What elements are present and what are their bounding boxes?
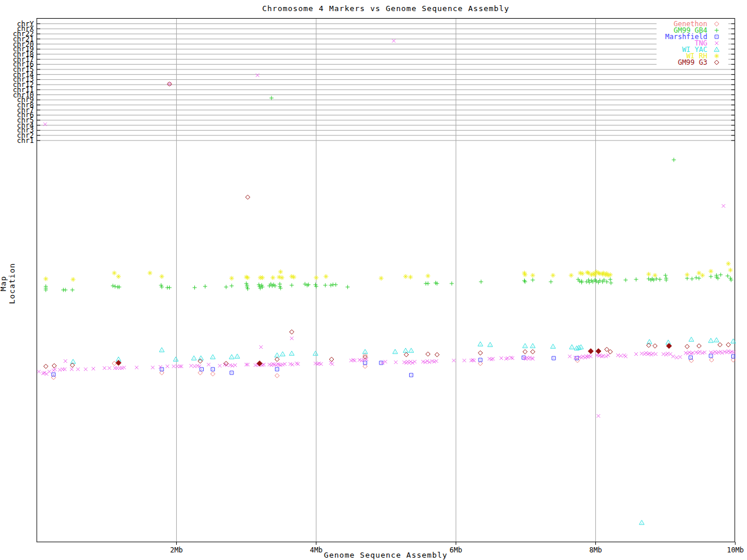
x-tick-label-10Mb: 10Mb <box>727 546 744 554</box>
data-point <box>530 349 535 354</box>
data-point <box>290 337 294 340</box>
data-point <box>718 273 722 277</box>
data-point <box>671 355 675 358</box>
data-point <box>112 271 117 275</box>
data-point <box>647 272 651 276</box>
data-point <box>570 345 574 349</box>
data-point <box>588 349 594 354</box>
data-point <box>64 359 67 363</box>
data-point <box>111 284 115 288</box>
data-point <box>569 273 574 278</box>
data-point <box>709 275 713 279</box>
data-point <box>605 347 609 352</box>
data-point <box>478 351 483 355</box>
data-point <box>647 340 652 344</box>
chart: Chromosome 4 Markers vs Genome Sequence … <box>0 0 747 560</box>
data-point <box>211 372 215 376</box>
data-point <box>207 363 210 366</box>
data-point <box>259 345 263 349</box>
data-point <box>450 282 454 286</box>
data-point <box>403 274 408 279</box>
data-point <box>408 275 413 279</box>
data-point <box>530 278 535 282</box>
data-point <box>403 348 408 352</box>
data-point <box>714 338 718 342</box>
data-point <box>44 364 48 369</box>
legend-label-gm99-g3: GM99 G3 <box>678 58 707 66</box>
data-point <box>664 274 668 278</box>
data-point <box>634 352 638 356</box>
data-point <box>379 276 383 281</box>
data-point <box>37 370 41 373</box>
data-point <box>609 281 613 285</box>
data-point <box>728 268 733 272</box>
data-point <box>654 352 658 356</box>
data-point <box>652 273 657 278</box>
data-point <box>84 368 88 371</box>
data-point <box>289 351 294 355</box>
data-point <box>549 280 553 284</box>
data-point <box>135 366 138 369</box>
data-point <box>191 356 196 360</box>
data-point <box>478 342 483 346</box>
data-point <box>271 275 275 280</box>
data-point <box>697 271 701 275</box>
data-point <box>159 274 164 279</box>
plot-border <box>37 19 735 542</box>
data-point <box>664 278 668 282</box>
data-point <box>624 355 627 358</box>
data-point <box>148 271 152 275</box>
data-point <box>710 358 714 362</box>
data-point <box>678 355 682 359</box>
data-point <box>218 364 222 368</box>
data-point <box>523 344 528 348</box>
data-point <box>634 278 638 282</box>
data-point <box>280 352 285 356</box>
data-point <box>166 365 169 368</box>
x-tick-label-8Mb: 8Mb <box>589 546 602 554</box>
data-point <box>103 366 106 370</box>
data-point <box>230 371 233 374</box>
data-point <box>672 158 676 162</box>
data-point <box>289 330 294 334</box>
data-point <box>709 354 713 358</box>
data-point <box>233 363 237 367</box>
data-point <box>260 275 265 280</box>
data-point <box>523 272 528 277</box>
data-point <box>275 353 280 357</box>
data-point <box>500 356 503 360</box>
data-point <box>270 96 274 100</box>
data-point <box>113 285 117 289</box>
data-point <box>685 272 689 277</box>
data-point <box>193 286 197 290</box>
data-point <box>624 278 628 282</box>
data-point <box>726 342 731 347</box>
data-point <box>70 368 74 371</box>
data-point <box>675 356 678 359</box>
data-point <box>289 284 294 288</box>
data-point <box>324 274 329 279</box>
data-point <box>246 195 250 200</box>
y-tick-label-chr1: chr1 <box>17 136 34 145</box>
data-point <box>685 344 690 349</box>
data-point <box>452 359 456 362</box>
data-point <box>718 342 722 347</box>
series-gm99-g3 <box>44 82 731 369</box>
data-point <box>229 355 234 359</box>
data-point <box>329 357 334 362</box>
data-point <box>71 288 75 292</box>
data-point <box>76 368 80 371</box>
data-point <box>313 283 317 287</box>
data-point <box>235 354 239 358</box>
data-point <box>314 285 318 289</box>
data-point <box>64 288 68 292</box>
data-point <box>463 359 466 362</box>
data-point <box>246 287 250 291</box>
data-point <box>63 368 67 371</box>
data-point <box>278 285 282 289</box>
series-wi-yac <box>71 337 736 524</box>
data-point <box>708 338 713 342</box>
data-point <box>694 276 698 280</box>
data-point <box>334 283 338 287</box>
data-point <box>488 342 493 346</box>
